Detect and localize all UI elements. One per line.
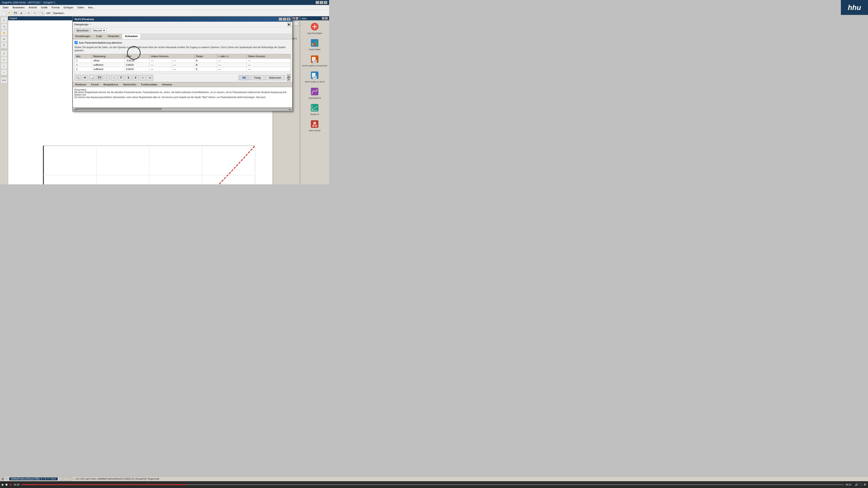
tool-btn-7[interactable]: P <box>118 75 124 80</box>
zoom-tool[interactable]: 🔍 <box>1 24 7 29</box>
app-send-ppt[interactable]: PPT Send Graphs to PowerPoint <box>300 53 329 69</box>
obj-pin-btn[interactable]: 📌 <box>292 17 295 20</box>
tab-schranken[interactable]: Schranken <box>122 34 141 39</box>
draw-tool[interactable]: ✏ <box>1 36 7 42</box>
rect-tool[interactable]: □ <box>1 57 7 63</box>
zoom-in-btn[interactable]: 🔍 <box>39 11 45 15</box>
circle-tool[interactable]: ○ <box>1 63 7 69</box>
minimize-btn[interactable]: ─ <box>315 1 319 4</box>
berechnen-button[interactable]: Berechnen <box>74 29 91 33</box>
scroll-track-h[interactable] <box>76 108 289 110</box>
row3-untere[interactable]: — <box>149 67 172 71</box>
tab-code[interactable]: Code <box>93 34 105 39</box>
scroll-track[interactable] <box>287 77 290 78</box>
obj-close-btn[interactable]: ✕ <box>296 17 298 20</box>
tool-btn-9[interactable]: ✗ <box>132 75 139 80</box>
bottom-tab-nachrichten[interactable]: Nachrichten <box>121 83 139 86</box>
row3-bedeutung[interactable]: cofficient <box>92 67 125 71</box>
fit-button[interactable]: Fit <box>239 75 249 80</box>
tool-btn-4[interactable]: 💾 <box>96 75 103 80</box>
app-send-word[interactable]: DOC Send Graphs to Word <box>300 69 329 85</box>
new-btn[interactable]: 📄 <box>1 11 6 15</box>
dialogdesign-label[interactable]: Dialogdesign <box>74 23 89 26</box>
dialog-expand-btn[interactable]: ▶ <box>287 23 291 26</box>
menu-einfuegen[interactable]: Einfügen <box>62 6 75 9</box>
line-tool[interactable]: ╱ <box>1 51 7 56</box>
bottom-tab-formel[interactable]: Formel <box>89 83 101 86</box>
undo-btn[interactable]: ↩ <box>26 11 31 15</box>
sequential-fit-label: Sequential Fit <box>308 97 321 99</box>
arrow-tool[interactable]: → <box>1 69 7 75</box>
print-btn[interactable]: 🖨 <box>19 11 24 15</box>
auto-param-checkbox[interactable] <box>74 41 78 44</box>
scroll-down-btn[interactable]: ▼ <box>287 78 290 81</box>
abbrechen-button[interactable]: Abbrechen <box>266 75 285 80</box>
scroll-up-btn[interactable]: ▲ <box>287 74 290 77</box>
bottom-tab-hinweise[interactable]: Hinweise <box>160 83 175 86</box>
row2-untere[interactable]: — <box>149 63 172 67</box>
row1-bedeutung[interactable]: offset <box>92 59 125 63</box>
fertig-button[interactable]: Fertig <box>250 75 265 80</box>
scroll-right-btn[interactable]: ▶ <box>289 107 292 111</box>
menu-ansicht[interactable]: Ansicht <box>27 6 39 9</box>
bottom-tab-beispielkurve[interactable]: Beispielkurve <box>101 83 121 86</box>
app-graph-maker[interactable]: Graph Maker <box>300 37 329 53</box>
scroll-thumb-h <box>76 108 161 110</box>
app-sequential-fit[interactable]: Sequential Fit <box>300 85 329 101</box>
row2-obere[interactable]: — <box>247 63 290 67</box>
add-apps-item[interactable]: Apps hinzufügen <box>300 20 329 37</box>
pointer-tool[interactable]: ↖ <box>1 17 7 23</box>
pan-tool[interactable]: ✋ <box>1 30 7 36</box>
tool-btn-11[interactable]: ∞ <box>147 75 153 80</box>
menu-ana[interactable]: Ana... <box>86 6 96 9</box>
app-stats-advisor[interactable]: ? S A Stats Advisor <box>300 118 329 134</box>
menu-daten[interactable]: Daten <box>76 6 86 9</box>
scroll-thumb <box>287 78 290 78</box>
close-btn[interactable]: ✕ <box>324 1 327 4</box>
row2-bedeutung[interactable]: cofficient <box>92 63 125 67</box>
menu-datei[interactable]: Datei <box>1 6 10 9</box>
dialog-close[interactable]: ✕ <box>287 18 290 21</box>
tab-einstellungen[interactable]: Einstellungen <box>73 34 93 39</box>
row1-obere[interactable]: — <box>247 59 290 63</box>
standard-label: Standard... <box>53 12 65 14</box>
save-btn[interactable]: 💾 <box>13 11 18 15</box>
col-anz: Anz. <box>75 54 92 59</box>
dialog-maximize[interactable]: □ <box>283 18 286 21</box>
apps-close-btn[interactable]: ✕ <box>325 17 328 20</box>
tab-parameter[interactable]: Parameter <box>105 34 122 39</box>
maximize-btn[interactable]: □ <box>320 1 323 4</box>
apps-pin-btn[interactable]: 📌 <box>322 17 324 20</box>
tool-btn-8[interactable]: $ <box>125 75 131 80</box>
scroll-left-btn[interactable]: ◀ <box>73 107 76 111</box>
col-bedeutung: Bedeutung <box>92 54 125 59</box>
row3-mid: — <box>172 67 194 71</box>
add-apps-icon <box>310 22 319 31</box>
bottom-tab-funktionsdatei[interactable]: Funktionsdatei <box>139 83 160 86</box>
main-toolbar: 📄 📂 💾 🖨 ↩ ↪ 🔍 100 Standard... <box>0 10 329 16</box>
tool-btn-1[interactable]: 🔍 <box>74 75 81 80</box>
color-btn[interactable]: CLR <box>1 77 7 83</box>
row3-wert[interactable]: 0,8415 <box>125 67 149 71</box>
row2-wert[interactable]: 0,8019 <box>125 63 149 67</box>
tool-btn-3[interactable]: 📊 <box>89 75 95 80</box>
bottom-tab-residuum[interactable]: Residuum <box>73 83 89 86</box>
tool-btn-6[interactable]: ↑ <box>111 75 117 80</box>
manuell-select[interactable]: Manuell ▼ <box>92 29 106 33</box>
redo-btn[interactable]: ↪ <box>32 11 37 15</box>
row3-obere[interactable]: — <box>247 67 290 71</box>
row1-untere[interactable]: — <box>149 59 172 63</box>
open-btn[interactable]: 📂 <box>7 11 12 15</box>
text-tool[interactable]: T <box>1 42 7 48</box>
tool-btn-10[interactable]: ≈ <box>140 75 146 80</box>
horizontal-scrollbar[interactable]: ◀ ▶ <box>73 107 292 111</box>
menu-bearbeiten[interactable]: Bearbeiten <box>11 6 26 9</box>
row3-op: — <box>217 67 247 71</box>
tool-btn-2[interactable]: 👁 <box>82 75 88 80</box>
menu-grafik[interactable]: Grafik <box>39 6 49 9</box>
tool-btn-5[interactable]: ↓ <box>103 75 110 80</box>
menu-format[interactable]: Format <box>50 6 61 9</box>
row1-wert[interactable]: -0,8118 <box>125 59 149 63</box>
app-simple-fit[interactable]: Simple Fit <box>300 101 329 118</box>
dialog-minimize[interactable]: ─ <box>279 18 282 21</box>
